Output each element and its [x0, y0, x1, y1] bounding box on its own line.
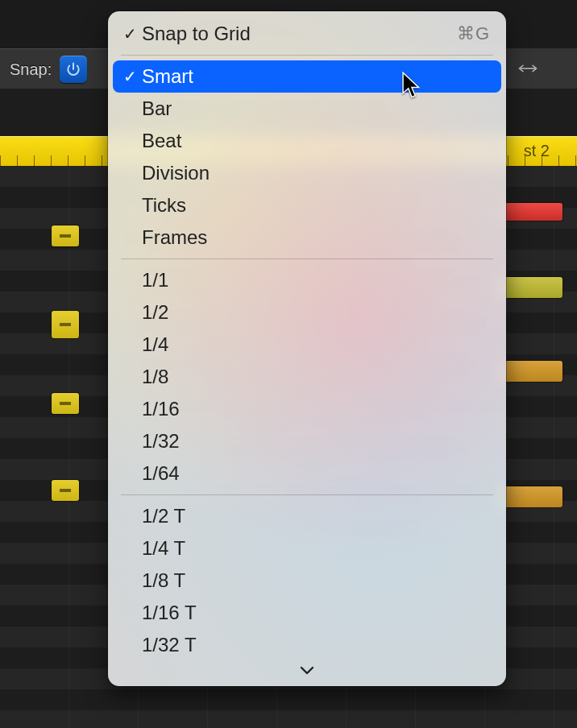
- snap-label: Snap:: [10, 60, 52, 79]
- snap-power-toggle[interactable]: [60, 56, 87, 83]
- menu-item-label: 1/2: [142, 301, 168, 324]
- region-block[interactable]: [498, 203, 562, 221]
- menu-header-label: Snap to Grid: [142, 23, 251, 45]
- menu-separator: [121, 55, 493, 56]
- menu-item-1-4t[interactable]: 1/4 T: [113, 532, 501, 565]
- menu-item-label: 1/16: [142, 398, 180, 420]
- snap-dropdown-menu[interactable]: ✓ Snap to Grid ⌘G ✓ Smart Bar Beat Divis…: [108, 11, 506, 686]
- menu-item-beat[interactable]: Beat: [113, 125, 501, 157]
- region-block[interactable]: [52, 225, 79, 246]
- menu-item-1-16[interactable]: 1/16: [113, 393, 501, 425]
- menu-item-bar[interactable]: Bar: [113, 93, 501, 125]
- chevron-down-icon: [300, 666, 314, 676]
- menu-item-label: 1/4 T: [142, 537, 185, 560]
- menu-header-shortcut: ⌘G: [457, 23, 490, 44]
- menu-item-label: 1/8: [142, 366, 168, 388]
- menu-item-1-32[interactable]: 1/32: [113, 425, 501, 457]
- menu-item-label: 1/32 T: [142, 634, 197, 656]
- checkmark-icon: ✓: [119, 67, 140, 86]
- menu-item-1-4[interactable]: 1/4: [113, 329, 501, 361]
- menu-item-label: Frames: [142, 226, 207, 249]
- region-block[interactable]: [52, 480, 79, 501]
- horizontal-scroll-button[interactable]: [504, 48, 577, 89]
- menu-item-1-16t[interactable]: 1/16 T: [113, 597, 501, 629]
- menu-item-label: Smart: [142, 65, 193, 88]
- power-icon: [65, 61, 81, 77]
- region-block[interactable]: [498, 361, 562, 382]
- menu-item-division[interactable]: Division: [113, 157, 501, 189]
- menu-separator: [121, 259, 493, 259]
- menu-item-1-32t[interactable]: 1/32 T: [113, 629, 501, 661]
- ruler-marker-label: st 2: [524, 142, 550, 160]
- menu-item-1-8[interactable]: 1/8: [113, 361, 501, 393]
- menu-item-label: Ticks: [142, 194, 186, 217]
- menu-item-1-1[interactable]: 1/1: [113, 264, 501, 296]
- menu-item-label: 1/32: [142, 430, 180, 453]
- menu-item-label: 1/1: [142, 269, 168, 292]
- horizontal-arrows-icon: [516, 61, 540, 76]
- menu-item-label: 1/8 T: [142, 569, 185, 592]
- region-block[interactable]: [52, 311, 79, 338]
- checkmark-icon: ✓: [119, 24, 140, 43]
- menu-item-1-2t[interactable]: 1/2 T: [113, 500, 501, 532]
- menu-separator: [121, 494, 493, 495]
- menu-item-label: 1/2 T: [142, 505, 185, 527]
- menu-item-label: Bar: [142, 97, 172, 120]
- menu-item-label: 1/4: [142, 333, 168, 356]
- region-block[interactable]: [52, 393, 79, 414]
- menu-item-label: 1/64: [142, 462, 180, 485]
- menu-item-label: Division: [142, 162, 210, 184]
- menu-item-1-64[interactable]: 1/64: [113, 457, 501, 490]
- menu-item-label: Beat: [142, 130, 181, 152]
- menu-item-frames[interactable]: Frames: [113, 221, 501, 254]
- menu-header-snap-to-grid[interactable]: ✓ Snap to Grid ⌘G: [113, 18, 501, 50]
- menu-item-smart[interactable]: ✓ Smart: [113, 60, 501, 93]
- region-block[interactable]: [498, 486, 562, 507]
- menu-item-ticks[interactable]: Ticks: [113, 189, 501, 221]
- region-block[interactable]: [498, 277, 562, 298]
- menu-scroll-down-icon[interactable]: [113, 661, 501, 683]
- menu-item-1-8t[interactable]: 1/8 T: [113, 565, 501, 597]
- menu-item-label: 1/16 T: [142, 602, 197, 624]
- menu-item-1-2[interactable]: 1/2: [113, 296, 501, 329]
